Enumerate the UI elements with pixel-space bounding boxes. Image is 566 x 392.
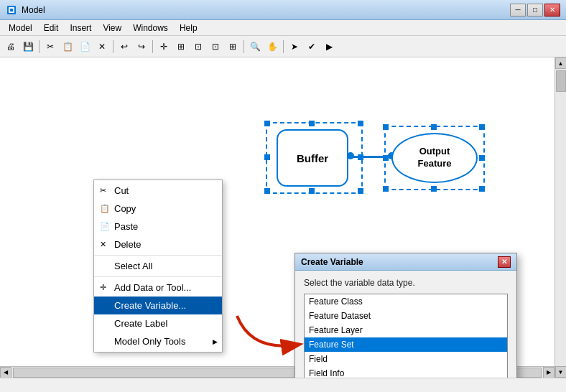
scroll-right-arrow[interactable]: ▶ (543, 367, 555, 378)
ctx-add-data[interactable]: ✛ Add Data or Tool... (94, 279, 222, 297)
handle2-tl (383, 124, 389, 130)
dialog-instruction: Select the variable data type. (304, 278, 508, 288)
connector-line (350, 156, 390, 158)
status-bar (0, 378, 566, 392)
menu-windows[interactable]: Windows (127, 22, 174, 34)
cut-icon: ✂ (100, 186, 106, 195)
cut-button[interactable]: ✂ (42, 39, 58, 55)
handle2-bm (431, 186, 437, 192)
handle2-tm (431, 124, 437, 130)
scroll-up-arrow[interactable]: ▲ (555, 57, 567, 69)
app-icon (6, 4, 17, 16)
handle2-tr (479, 124, 485, 130)
paste-button[interactable]: 📄 (77, 39, 93, 55)
print-button[interactable]: 🖨 (3, 39, 19, 55)
menu-help[interactable]: Help (174, 22, 203, 34)
handle2-br (479, 186, 485, 192)
close-button[interactable]: ✕ (544, 4, 560, 17)
context-menu: ✂ Cut 📋 Copy 📄 Paste ✕ Delete Select All… (93, 179, 223, 353)
pan-button[interactable]: ✋ (264, 39, 280, 55)
output-feature-ellipse[interactable]: OutputFeature (391, 133, 478, 183)
scroll-down-arrow[interactable]: ▼ (555, 366, 567, 378)
scroll-thumb-v[interactable] (556, 70, 566, 92)
ctx-sep2 (94, 276, 222, 277)
dialog-body: Select the variable data type. Feature C… (295, 271, 516, 378)
dialog-close-button[interactable]: ✕ (498, 256, 511, 268)
grid4-button[interactable]: ⊞ (225, 39, 241, 55)
ctx-copy[interactable]: 📋 Copy (94, 200, 222, 218)
vertical-scrollbar[interactable]: ▲ ▼ (555, 57, 566, 378)
sep2 (113, 40, 113, 53)
toolbar: 🖨 💾 ✂ 📋 📄 ✕ ↩ ↪ ✛ ⊞ ⊡ ⊡ ⊞ 🔍 ✋ ➤ ✔ ▶ (0, 36, 566, 57)
ctx-delete[interactable]: ✕ Delete (94, 235, 222, 253)
sep3 (152, 40, 153, 53)
check-button[interactable]: ✔ (304, 39, 320, 55)
variable-type-listbox[interactable]: Feature Class Feature Dataset Feature La… (304, 294, 508, 378)
add-button[interactable]: ✛ (156, 39, 172, 55)
output-feature-label: OutputFeature (418, 146, 452, 170)
delete-icon: ✕ (100, 240, 106, 249)
handle-ml (264, 154, 270, 160)
delete-button[interactable]: ✕ (94, 39, 110, 55)
ctx-sep1 (94, 255, 222, 256)
grid2-button[interactable]: ⊡ (190, 39, 206, 55)
scroll-left-arrow[interactable]: ◀ (0, 367, 11, 378)
handle2-bl (383, 186, 389, 192)
dialog-title-text: Create Variable (301, 257, 363, 267)
list-item-feature-set[interactable]: Feature Set (305, 337, 507, 352)
buffer-box[interactable]: Buffer (277, 129, 348, 187)
ctx-model-only-tools[interactable]: Model Only Tools (94, 332, 222, 350)
list-item-feature-class[interactable]: Feature Class (305, 294, 507, 309)
window-controls: ─ □ ✕ (510, 4, 560, 17)
save-button[interactable]: 💾 (20, 39, 36, 55)
sep5 (283, 40, 284, 53)
list-item-feature-dataset[interactable]: Feature Dataset (305, 309, 507, 323)
list-item-field[interactable]: Field (305, 352, 507, 366)
menu-view[interactable]: View (97, 22, 127, 34)
copy-button[interactable]: 📋 (60, 39, 75, 55)
add-icon: ✛ (100, 283, 106, 292)
pointer-button[interactable]: ➤ (287, 39, 302, 55)
handle-tm (309, 121, 315, 126)
grid-button[interactable]: ⊞ (173, 39, 189, 55)
menu-edit[interactable]: Edit (38, 22, 65, 34)
buffer-label: Buffer (297, 152, 328, 164)
handle-bl (264, 188, 270, 194)
menu-insert[interactable]: Insert (64, 22, 97, 34)
sep1 (39, 40, 40, 53)
handle-tl (264, 121, 270, 126)
ctx-create-label[interactable]: Create Label (94, 314, 222, 332)
run-button[interactable]: ▶ (321, 39, 337, 55)
redo-button[interactable]: ↪ (134, 39, 149, 55)
handle-br (358, 188, 363, 194)
ctx-cut[interactable]: ✂ Cut (94, 182, 222, 200)
maximize-button[interactable]: □ (527, 4, 543, 17)
zoom-button[interactable]: 🔍 (247, 39, 263, 55)
minimize-button[interactable]: ─ (510, 4, 526, 17)
paste-icon: 📄 (100, 222, 110, 231)
sep4 (243, 40, 244, 53)
menu-bar: Model Edit Insert View Windows Help (0, 20, 566, 36)
svg-rect-2 (10, 9, 13, 11)
dialog-title-bar: Create Variable ✕ (295, 253, 516, 271)
list-item-feature-layer[interactable]: Feature Layer (305, 323, 507, 337)
connector-dot-left (347, 152, 354, 159)
handle2-mr (479, 155, 485, 161)
list-item-field-info[interactable]: Field Info (305, 366, 507, 378)
handle-tr (358, 121, 363, 126)
menu-model[interactable]: Model (3, 22, 38, 34)
ctx-create-variable[interactable]: Create Variable... (94, 297, 222, 314)
copy-icon: 📋 (100, 204, 110, 213)
grid3-button[interactable]: ⊡ (208, 39, 223, 55)
ctx-select-all[interactable]: Select All (94, 257, 222, 275)
undo-button[interactable]: ↩ (116, 39, 132, 55)
window-title: Model (22, 5, 510, 15)
create-variable-dialog: Create Variable ✕ Select the variable da… (294, 253, 517, 378)
ctx-paste[interactable]: 📄 Paste (94, 218, 222, 235)
canvas-area: ▲ ▼ ◀ ▶ ⚒ Buffer OutputFeature (0, 57, 566, 378)
title-bar: Model ─ □ ✕ (0, 0, 566, 20)
handle-bm (309, 188, 315, 194)
